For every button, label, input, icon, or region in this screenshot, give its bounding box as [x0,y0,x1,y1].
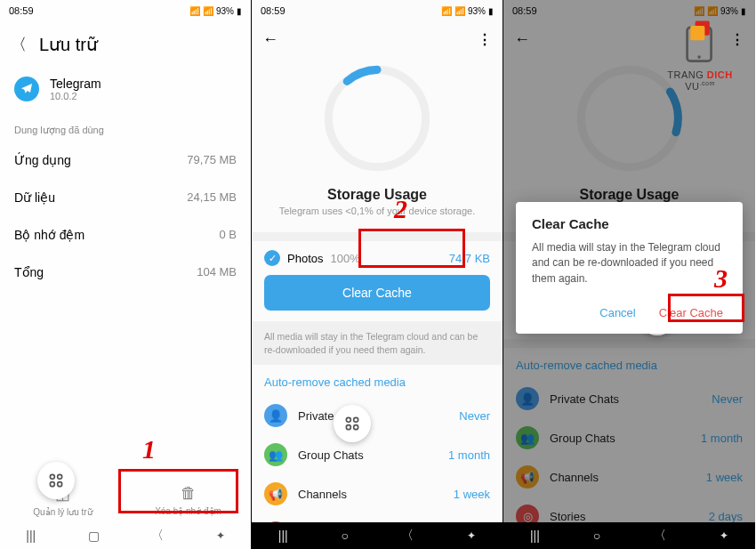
section-label: Dung lượng đã dùng [0,116,251,141]
trash-icon: 🗑 [181,484,197,503]
photos-percent: 100% [330,252,359,265]
nav-recent[interactable]: ||| [26,529,36,543]
auto-remove-section: Auto-remove cached media 👤Private ChatsN… [252,365,503,549]
status-icons: 📶 📶 93%▮ [189,6,242,16]
storage-label: Tổng [14,265,44,279]
category-value: Never [459,409,490,423]
nav-accessibility[interactable]: ✦ [216,529,225,542]
step-number-3: 3 [714,263,728,294]
svg-point-1 [58,474,62,479]
dialog-title: Clear Cache [532,216,727,231]
nav-back[interactable]: 〈 [401,528,414,544]
nav-bar: ||| ○ 〈 ✦ [252,522,503,549]
auto-remove-row[interactable]: 👥Group Chats1 month [264,435,490,474]
status-bar: 08:59 📶 📶 93%▮ [0,0,251,21]
category-icon: 👤 [264,404,287,427]
storage-value: 79,75 MB [187,153,237,167]
nav-recent[interactable]: ||| [278,529,288,543]
step-number-1: 1 [142,434,156,464]
svg-point-0 [50,474,54,479]
brand-logo: TRANG DICH VU.com [651,18,749,92]
app-name: Telegram [50,77,101,91]
top-bar: ← ⋮ [252,21,503,57]
nav-recent[interactable]: ||| [530,529,540,543]
panel-storage-usage: 08:59 📶 📶 93%▮ ← ⋮ Storage Usage Telegra… [252,0,503,549]
status-bar: 08:59 📶 📶 93%▮ [252,0,503,21]
step-number-2: 2 [394,194,407,224]
app-version: 10.0.2 [50,91,101,101]
usage-subtitle: Telegram uses <0,1% of your device stora… [252,206,503,216]
telegram-icon [14,77,39,101]
clear-note: All media will stay in the Telegram clou… [252,321,503,365]
app-switcher-button[interactable] [334,405,371,442]
app-switcher-button[interactable] [37,462,75,499]
dialog-body: All media will stay in the Telegram clou… [532,240,727,287]
svg-rect-16 [690,26,704,40]
category-label: Group Chats [298,448,364,462]
clear-cache-dialog: Clear Cache All media will stay in the T… [516,202,743,334]
auto-remove-row[interactable]: 📢Channels1 week [264,474,490,513]
status-icons: 📶 📶 93%▮ [441,6,494,16]
svg-point-2 [50,482,54,487]
clear-cache-button[interactable]: 🗑 Xóa bộ nhớ đệm [125,479,251,522]
nav-back[interactable]: 〈 [654,528,666,544]
nav-back[interactable]: 〈 [151,528,164,544]
usage-ring-icon [319,61,435,176]
storage-value: 24,15 MB [187,190,237,205]
svg-point-17 [697,55,701,59]
svg-point-8 [354,425,358,430]
menu-icon[interactable]: ⋮ [478,31,492,48]
storage-value: 104 MB [197,265,237,279]
nav-home[interactable]: ○ [593,529,600,543]
category-icon: 👥 [264,443,287,466]
usage-section: Storage Usage Telegram uses <0,1% of you… [252,57,503,232]
svg-point-3 [58,482,62,487]
storage-row[interactable]: Dữ liệu24,15 MB [0,179,251,216]
dialog-cancel-button[interactable]: Cancel [596,301,639,325]
storage-value: 0 B [219,228,237,242]
auto-remove-header: Auto-remove cached media [264,370,490,396]
nav-bar: ||| ○ 〈 ✦ [503,522,755,549]
status-time: 08:59 [9,5,34,16]
clear-cache-label: Xóa bộ nhớ đệm [155,506,221,516]
clear-section: ✓ Photos 100% 74,7 KB Clear Cache [252,241,503,321]
nav-home[interactable]: ▢ [88,529,100,543]
status-time: 08:59 [261,5,286,16]
category-value: 1 month [448,448,490,462]
nav-bar: ||| ▢ 〈 ✦ [0,522,251,549]
storage-row[interactable]: Ứng dụng79,75 MB [0,141,251,179]
photos-size: 74,7 KB [449,252,490,265]
manage-storage-label: Quản lý lưu trữ [33,507,92,517]
svg-point-6 [354,417,358,422]
logo-text: TRANG DICH VU.com [651,69,749,92]
auto-remove-row[interactable]: 👤Private ChatsNever [264,396,490,435]
dialog-confirm-button[interactable]: Clear Cache [655,301,727,325]
logo-icon [676,18,724,66]
photos-row[interactable]: ✓ Photos 100% 74,7 KB [264,250,490,266]
storage-row[interactable]: Tổng104 MB [0,254,251,291]
storage-label: Dữ liệu [14,190,55,205]
storage-row[interactable]: Bộ nhớ đệm0 B [0,216,251,254]
storage-label: Ứng dụng [14,153,71,167]
page-header: 〈 Lưu trữ [0,21,251,68]
svg-point-5 [346,417,350,422]
photos-label: Photos [287,252,323,265]
usage-title: Storage Usage [252,187,503,203]
category-value: 1 week [454,488,490,501]
category-icon: 📢 [264,482,287,505]
svg-point-4 [328,69,425,166]
nav-home[interactable]: ○ [341,529,348,543]
check-icon: ✓ [264,250,280,266]
nav-accessibility[interactable]: ✦ [467,529,476,542]
back-arrow-icon[interactable]: ← [262,30,278,49]
clear-cache-main-button[interactable]: Clear Cache [264,275,490,311]
page-title: Lưu trữ [39,34,98,55]
nav-accessibility[interactable]: ✦ [720,529,728,542]
storage-label: Bộ nhớ đệm [14,228,84,242]
back-icon[interactable]: 〈 [11,34,27,55]
panel-storage-settings: 08:59 📶 📶 93%▮ 〈 Lưu trữ Telegram 10.0.2… [0,0,252,549]
category-label: Channels [298,488,347,501]
svg-point-7 [346,425,350,430]
app-info-row: Telegram 10.0.2 [0,68,251,116]
